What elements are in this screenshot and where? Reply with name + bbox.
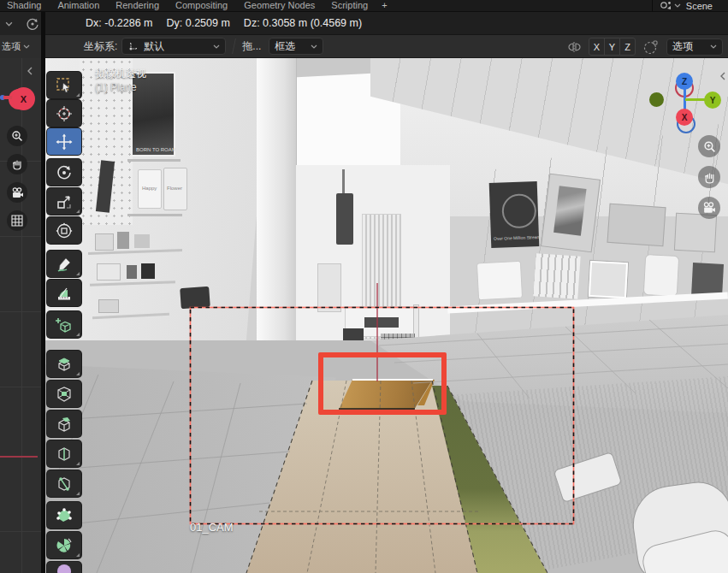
poly-build-icon: [56, 507, 73, 524]
mirror-z-toggle[interactable]: Z: [619, 38, 636, 56]
editor-type-chevron-icon[interactable]: [5, 21, 13, 27]
shelf-edge: [127, 159, 181, 162]
extrude-icon: [56, 356, 73, 373]
left-options-dropdown[interactable]: 选项: [2, 40, 21, 53]
tool-cursor[interactable]: [47, 100, 81, 127]
tool-annotate[interactable]: [47, 251, 81, 277]
grid-ortho-button[interactable]: [7, 210, 27, 231]
tool-extrude[interactable]: [47, 351, 81, 377]
transform-orientation-dropdown[interactable]: 默认: [121, 38, 226, 55]
tool-transform[interactable]: [47, 217, 81, 244]
tool-add-cube[interactable]: [47, 311, 81, 338]
topbar: Shading Animation Rendering Compositing …: [0, 0, 728, 12]
add-cube-icon: [56, 316, 73, 334]
tool-options-dropdown[interactable]: 选项: [666, 38, 723, 56]
magnifier-plus-icon: [703, 140, 716, 153]
camera-icon: [11, 187, 24, 198]
shelf-item: [98, 299, 119, 313]
gizmo-axis-y[interactable]: Y: [704, 92, 721, 109]
suitcase: [180, 286, 210, 309]
left-editor-tool-settings: 选项: [0, 35, 41, 58]
sidebar-collapse-icon[interactable]: [719, 72, 726, 80]
nav-axis-x-ball[interactable]: X: [12, 87, 35, 110]
mirror-y-toggle[interactable]: Y: [604, 38, 620, 56]
camera-view-button[interactable]: [698, 197, 720, 219]
scene-browse-chevron-icon[interactable]: [674, 3, 681, 8]
spin-icon: [56, 537, 73, 554]
left-viewport[interactable]: X: [0, 58, 41, 573]
workspace-tab-animation[interactable]: Animation: [57, 0, 99, 11]
shelf-item: [117, 232, 129, 249]
add-workspace-button[interactable]: +: [382, 0, 387, 11]
proportional-editing-icon[interactable]: [642, 38, 660, 56]
gizmo-axis-x[interactable]: X: [676, 109, 693, 126]
blender-window: { "topbar": { "tabs": ["Shading", "Anima…: [0, 0, 728, 573]
tool-spin[interactable]: [47, 532, 81, 558]
grid-line: [0, 531, 41, 532]
tool-inset[interactable]: [47, 381, 81, 407]
subtool-indicator: [76, 93, 80, 97]
tool-bevel[interactable]: [47, 411, 81, 437]
view-mode-label: 摄像机透视: [95, 67, 146, 81]
sidebar-collapse-icon[interactable]: [27, 67, 33, 75]
left-editor-header: [0, 12, 41, 35]
framed-photo: [589, 261, 628, 298]
display-card: [607, 204, 666, 246]
active-object-label: (1) Plane: [95, 81, 137, 93]
subtool-indicator: [76, 272, 80, 275]
pan-tool-button[interactable]: [7, 154, 27, 174]
chevron-down-icon: [710, 44, 717, 49]
pan-tool-button[interactable]: [698, 166, 720, 188]
wall-fixture: [336, 193, 353, 245]
bag-label: Flower: [167, 186, 182, 191]
tool-scale[interactable]: [47, 188, 81, 215]
tool-rotate[interactable]: [47, 159, 81, 186]
tool-loop-cut[interactable]: [47, 440, 81, 467]
product-bag: Flower: [163, 168, 187, 210]
loop-cut-icon: [56, 446, 73, 463]
transform-icon: [56, 222, 73, 239]
grid-line: [0, 236, 41, 237]
drag-mode-dropdown[interactable]: 框选: [269, 38, 323, 55]
tool-knife[interactable]: [47, 470, 81, 497]
shelf-item: [141, 263, 155, 279]
horn-speaker: [476, 261, 523, 301]
magnifier-plus-icon: [11, 130, 23, 142]
chevron-down-icon: [23, 44, 30, 49]
zoom-tool-button[interactable]: [698, 135, 720, 157]
tool-poly-build[interactable]: [47, 502, 81, 529]
zoom-tool-button[interactable]: [7, 126, 27, 146]
orientation-axes-icon: [127, 41, 139, 52]
main-3d-viewport[interactable]: BORN TO ROAM Happy Flower Over One Milli…: [45, 58, 728, 573]
active-scene-name[interactable]: Scene: [686, 1, 713, 11]
workspace-tab-shading[interactable]: Shading: [7, 0, 41, 11]
workspace-tab-compositing[interactable]: Compositing: [175, 0, 228, 11]
gizmo-toggle-icon[interactable]: [26, 17, 39, 31]
hand-icon: [11, 158, 23, 170]
shelf-edge: [127, 214, 182, 216]
inset-faces-icon: [56, 386, 73, 403]
tool-move[interactable]: [47, 128, 81, 155]
mirror-icon: [568, 41, 582, 53]
selection-highlight-rect: [318, 352, 447, 415]
grid-line: [0, 311, 41, 312]
drag-mode-value: 框选: [275, 39, 295, 54]
gizmo-axis-neg-y[interactable]: [649, 92, 664, 107]
chevron-down-icon: [311, 44, 317, 49]
measure-icon: [56, 285, 73, 302]
tool-smooth[interactable]: [47, 562, 81, 573]
tool-select-box[interactable]: [47, 72, 81, 98]
topbar-separator: [652, 0, 653, 11]
vases: [643, 254, 679, 297]
workspace-tab-scripting[interactable]: Scripting: [331, 0, 368, 11]
subtool-indicator: [76, 372, 80, 375]
tool-measure[interactable]: [47, 280, 81, 306]
camera-view-button[interactable]: [7, 182, 27, 203]
workspace-tab-rendering[interactable]: Rendering: [115, 0, 159, 11]
streams-caption: Over One Million Streams: [494, 234, 542, 241]
gizmo-axis-z[interactable]: Z: [676, 73, 693, 90]
mirror-x-toggle[interactable]: X: [589, 38, 605, 56]
hallway-shelf: [317, 263, 341, 312]
subtool-indicator: [76, 462, 80, 465]
workspace-tab-geometry-nodes[interactable]: Geometry Nodes: [244, 0, 315, 11]
